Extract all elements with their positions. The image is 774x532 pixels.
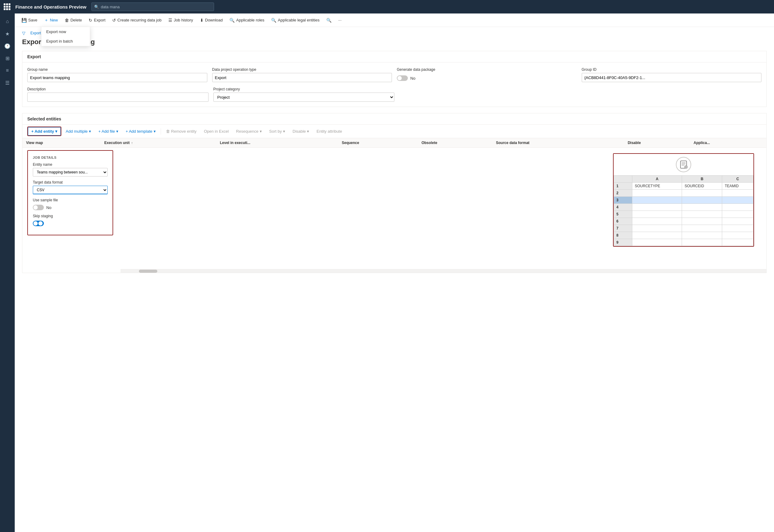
disable-button[interactable]: Disable ▾: [289, 127, 312, 135]
description-group: Description: [27, 87, 208, 102]
excel-row-8: 8: [614, 232, 753, 239]
excel-cell-b7: [682, 225, 722, 232]
export-in-batch-item[interactable]: Export in batch: [41, 36, 90, 46]
more-icon: ···: [338, 18, 341, 22]
sort-by-button[interactable]: Sort by ▾: [266, 127, 288, 135]
generate-pkg-group: Generate data package No: [397, 67, 577, 82]
excel-row-2: 2: [614, 190, 753, 197]
search-button[interactable]: 🔍: [323, 16, 334, 25]
more-button[interactable]: ···: [335, 16, 345, 24]
col-obsolete[interactable]: Obsolete: [418, 138, 492, 148]
resequence-label: Resequence: [236, 129, 258, 134]
main-content: 💾 Save ＋ New Export now Export in batch …: [15, 13, 774, 532]
skip-staging-label: Skip staging: [33, 214, 108, 218]
excel-cell-a9: [632, 239, 682, 246]
add-multiple-label: Add multiple: [66, 129, 88, 134]
sidebar-recent-icon[interactable]: 🕐: [2, 40, 13, 51]
add-entity-panel: JOB DETAILS Entity name Teams mapping be…: [27, 150, 113, 235]
excel-cell-c7: [722, 225, 753, 232]
new-dropdown: Export now Export in batch: [41, 27, 90, 46]
group-name-input[interactable]: [27, 73, 207, 82]
remove-entity-button[interactable]: 🗑 Remove entity: [163, 127, 200, 135]
excel-cell-c4: [722, 204, 753, 211]
col-view-map[interactable]: View map: [22, 138, 101, 148]
col-execution-unit[interactable]: Execution unit ↑: [101, 138, 216, 148]
excel-cell-b4: [682, 204, 722, 211]
col-source-data-format[interactable]: Source data format: [492, 138, 624, 148]
entities-toolbar: + Add entity ▾ Add multiple ▾ + Add file…: [22, 125, 766, 138]
add-entity-chevron-icon: ▾: [55, 129, 57, 134]
sidebar: ⌂ ★ 🕐 ⊞ ≡ ☰: [0, 13, 15, 532]
filter-icon[interactable]: ▽: [22, 31, 25, 36]
sidebar-menu-icon[interactable]: ≡: [2, 65, 13, 76]
save-button[interactable]: 💾 Save: [18, 16, 40, 25]
sort-by-chevron-icon: ▾: [283, 129, 285, 134]
group-id-label: Group ID: [582, 67, 762, 72]
resequence-button[interactable]: Resequence ▾: [233, 127, 265, 135]
data-project-label: Data project operation type: [212, 67, 392, 72]
sidebar-home-icon[interactable]: ⌂: [2, 16, 13, 27]
add-template-label: + Add template: [126, 129, 152, 134]
target-format-group: Target data format CSV Excel XML: [33, 180, 108, 194]
project-category-group: Project category Project Default Custom: [213, 87, 395, 102]
entity-name-group: Entity name Teams mapping between sou...: [33, 162, 108, 177]
excel-cell-b5: [682, 211, 722, 218]
add-multiple-button[interactable]: Add multiple ▾: [63, 127, 94, 135]
group-id-input[interactable]: [582, 73, 762, 82]
excel-cell-c1: TEAMID: [722, 183, 753, 190]
entities-content: JOB DETAILS Entity name Teams mapping be…: [22, 150, 766, 273]
job-history-icon: ☰: [168, 18, 172, 23]
new-button[interactable]: ＋ New: [41, 16, 61, 25]
selected-entities-section: Selected entities + Add entity ▾ Add mul…: [22, 113, 767, 273]
waffle-icon[interactable]: [4, 3, 10, 10]
export-now-item[interactable]: Export now: [41, 27, 90, 36]
applicable-roles-button[interactable]: 🔍 Applicable roles: [226, 16, 267, 25]
add-file-label: + Add file: [98, 129, 115, 134]
table-header-row: View map Execution unit ↑ Level in execu…: [22, 138, 766, 148]
horizontal-scrollbar[interactable]: [120, 269, 766, 273]
sidebar-grid-icon[interactable]: ⊞: [2, 53, 13, 64]
search-bar[interactable]: 🔍 data mana: [91, 2, 214, 11]
sidebar-list-icon[interactable]: ☰: [2, 77, 13, 88]
excel-row-5: 5: [614, 211, 753, 218]
excel-cell-a4: [632, 204, 682, 211]
excel-cell-a2: [632, 190, 682, 197]
applicable-legal-button[interactable]: 🔍 Applicable legal entities: [268, 16, 322, 25]
open-excel-button[interactable]: Open in Excel: [201, 127, 232, 135]
breadcrumb-export[interactable]: Export: [30, 31, 41, 35]
description-input[interactable]: [27, 93, 208, 102]
target-format-select[interactable]: CSV Excel XML: [33, 186, 108, 194]
add-entity-label: + Add entity: [31, 129, 54, 134]
add-file-button[interactable]: + Add file ▾: [95, 127, 121, 135]
remove-entity-label: Remove entity: [171, 129, 196, 134]
entity-name-select[interactable]: Teams mapping between sou...: [33, 168, 108, 177]
excel-col-c: C: [722, 176, 753, 183]
sidebar-star-icon[interactable]: ★: [2, 28, 13, 39]
export-button[interactable]: ↻ Export: [86, 16, 109, 25]
search-value: data mana: [101, 5, 120, 9]
add-template-button[interactable]: + Add template ▾: [123, 127, 159, 135]
project-category-select[interactable]: Project Default Custom: [213, 93, 395, 102]
add-entity-button[interactable]: + Add entity ▾: [28, 127, 61, 135]
col-sequence[interactable]: Sequence: [338, 138, 418, 148]
entity-attribute-button[interactable]: Entity attribute: [313, 127, 345, 135]
download-button[interactable]: ⬇ Download: [197, 16, 226, 25]
save-icon: 💾: [21, 18, 27, 23]
sort-by-label: Sort by: [269, 129, 282, 134]
generate-pkg-toggle[interactable]: [397, 75, 408, 81]
col-disable[interactable]: Disable: [624, 138, 690, 148]
excel-row-6: 6: [614, 218, 753, 225]
data-project-input[interactable]: [212, 73, 392, 82]
skip-staging-toggle[interactable]: [33, 221, 44, 226]
use-sample-toggle[interactable]: [33, 205, 44, 210]
search-icon: 🔍: [94, 5, 99, 9]
generate-pkg-label: Generate data package: [397, 67, 577, 72]
col-level-in-execution[interactable]: Level in executi...: [216, 138, 338, 148]
excel-cell-a7: [632, 225, 682, 232]
col-applicable[interactable]: Applica...: [690, 138, 766, 148]
delete-button[interactable]: 🗑 Delete: [62, 16, 85, 25]
job-history-button[interactable]: ☰ Job history: [165, 16, 196, 25]
excel-cell-c8: [722, 232, 753, 239]
recurring-icon: ↺: [112, 18, 116, 23]
recurring-button[interactable]: ↺ Create recurring data job: [109, 16, 165, 25]
